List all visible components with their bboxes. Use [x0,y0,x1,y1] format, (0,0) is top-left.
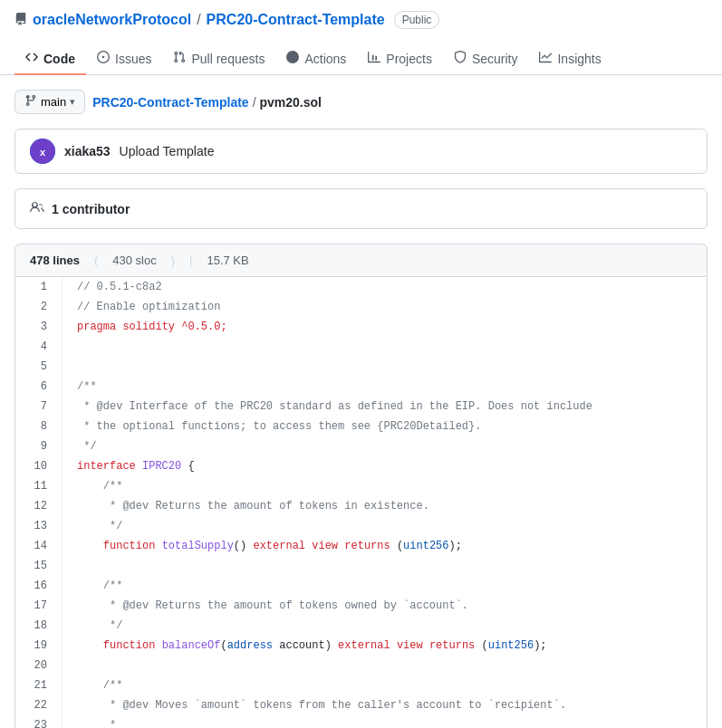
tab-insights[interactable]: Insights [528,43,611,75]
avatar: x [30,139,55,164]
tab-projects[interactable]: Projects [357,43,443,75]
line-number[interactable]: 4 [15,337,63,357]
table-row: 14 function totalSupply() external view … [15,536,707,556]
line-content: * @dev Moves `amount` tokens from the ca… [63,695,707,715]
line-number[interactable]: 12 [15,496,63,516]
tab-issues-label: Issues [115,52,151,66]
line-number[interactable]: 16 [15,576,63,596]
contributors-icon [30,200,44,217]
line-number[interactable]: 19 [15,636,63,656]
line-number[interactable]: 14 [15,536,63,556]
line-content [63,656,707,675]
tab-code[interactable]: Code [14,43,86,75]
actions-icon [286,51,299,66]
table-row: 18 */ [15,616,707,636]
line-content [63,357,707,377]
repo-icon [14,13,27,28]
table-row: 21 /** [15,675,707,695]
security-icon [454,51,467,66]
tab-actions-label: Actions [304,52,346,66]
tab-pullrequests[interactable]: Pull requests [162,43,275,75]
line-number[interactable]: 5 [15,357,63,377]
divider3: | [189,254,192,267]
branch-selector[interactable]: main ▾ [14,90,85,114]
table-row: 1// 0.5.1-c8a2 [15,277,707,297]
line-content [63,337,707,357]
line-number[interactable]: 1 [15,277,63,297]
branch-icon [24,94,37,110]
line-number[interactable]: 7 [15,397,63,417]
org-link[interactable]: oracleNetworkProtocol [33,12,191,28]
line-content: // 0.5.1-c8a2 [63,277,707,297]
contributors-text: 1 contributor [52,202,130,216]
line-number[interactable]: 23 [15,715,63,728]
code-container: 1// 0.5.1-c8a22// Enable optimization3pr… [14,277,708,728]
line-number[interactable]: 9 [15,436,63,456]
line-number[interactable]: 15 [15,556,63,576]
file-info-bar: 478 lines (430 sloc) | 15.7 KB [14,244,708,277]
line-number[interactable]: 21 [15,675,63,695]
breadcrumb-separator: / [253,95,256,110]
line-number[interactable]: 22 [15,695,63,715]
file-size: 15.7 KB [207,254,248,267]
table-row: 19 function balanceOf(address account) e… [15,636,707,656]
line-content: */ [63,516,707,536]
line-content: /** [63,377,707,397]
line-content: // Enable optimization [63,297,707,317]
tab-projects-label: Projects [386,52,432,66]
tab-pullrequests-label: Pull requests [191,52,265,66]
table-row: 20 [15,656,707,675]
line-number[interactable]: 10 [15,456,63,476]
contributors-count: 1 [52,202,59,216]
table-row: 16 /** [15,576,707,596]
breadcrumb-repo-link[interactable]: PRC20-Contract-Template [92,95,248,110]
line-content: function totalSupply() external view ret… [63,536,707,556]
line-number[interactable]: 3 [15,317,63,337]
line-number[interactable]: 17 [15,596,63,616]
line-content: function balanceOf(address account) exte… [63,636,707,656]
breadcrumb-file: pvm20.sol [260,95,322,110]
line-number[interactable]: 20 [15,656,63,675]
line-number[interactable]: 8 [15,417,63,436]
branch-name: main [41,95,66,109]
line-number[interactable]: 6 [15,377,63,397]
table-row: 9 */ [15,436,707,456]
line-content: * [63,715,707,728]
commit-author[interactable]: xiaka53 [64,144,111,158]
table-row: 17 * @dev Returns the amount of tokens o… [15,596,707,616]
table-row: 3pragma solidity ^0.5.0; [15,317,707,337]
visibility-badge: Public [394,11,440,29]
issues-icon [97,51,110,66]
code-icon [25,51,38,66]
repo-link[interactable]: PRC20-Contract-Template [207,12,385,28]
nav-tabs: Code Issues Pull requests Actions Projec… [0,36,722,75]
file-sloc: 430 sloc [112,254,156,267]
svg-text:x: x [40,147,46,158]
line-content: /** [63,476,707,496]
table-row: 4 [15,337,707,357]
table-row: 6/** [15,377,707,397]
line-content: /** [63,675,707,695]
line-number[interactable]: 13 [15,516,63,536]
breadcrumb: PRC20-Contract-Template / pvm20.sol [92,95,322,110]
line-content: pragma solidity ^0.5.0; [63,317,707,337]
line-number[interactable]: 2 [15,297,63,317]
line-content: /** [63,576,707,596]
code-table: 1// 0.5.1-c8a22// Enable optimization3pr… [15,277,707,728]
line-content: */ [63,436,707,456]
tab-issues[interactable]: Issues [86,43,162,75]
chevron-down-icon: ▾ [70,96,75,108]
line-content: interface IPRC20 { [63,456,707,476]
insights-icon [539,51,552,66]
table-row: 23 * [15,715,707,728]
tab-security[interactable]: Security [443,43,529,75]
tab-actions[interactable]: Actions [275,43,357,75]
tab-code-label: Code [43,52,75,66]
line-number[interactable]: 18 [15,616,63,636]
line-content: * the optional functions; to access them… [63,417,707,436]
table-row: 15 [15,556,707,576]
table-row: 13 */ [15,516,707,536]
branch-bar: main ▾ PRC20-Contract-Template / pvm20.s… [14,90,708,114]
table-row: 12 * @dev Returns the amount of tokens i… [15,496,707,516]
line-number[interactable]: 11 [15,476,63,496]
